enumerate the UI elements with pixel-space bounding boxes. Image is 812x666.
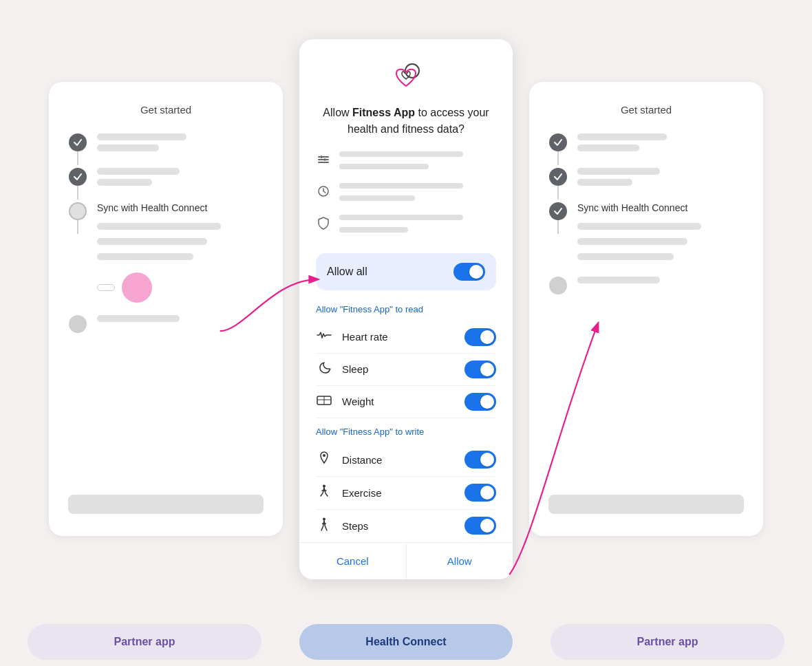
right-card-bottom: [548, 481, 744, 514]
hc-dialog-title: Allow Fitness App to access your health …: [316, 105, 496, 138]
perm-steps-left: Steps: [316, 517, 368, 535]
right-step-circle-2: [549, 168, 567, 186]
right-sync-content: Sync with Health Connect: [577, 201, 744, 275]
read-section-label: Allow "Fitness App" to read: [316, 304, 496, 314]
placeholder-bar: [577, 133, 667, 140]
perm-heart-rate: Heart rate: [316, 321, 496, 354]
perm-steps: Steps: [316, 510, 496, 542]
right-partner-label: Partner app: [551, 624, 784, 660]
left-step-connector-4: [68, 314, 87, 333]
perm-exercise-left: Exercise: [316, 484, 382, 502]
right-sync-circle: [549, 202, 567, 220]
placeholder-bar: [97, 253, 193, 260]
sleep-toggle[interactable]: [464, 361, 496, 378]
weight-label: Weight: [342, 396, 374, 407]
left-sync-toggle-row: [97, 272, 264, 303]
left-sync-circle: [69, 202, 87, 220]
hc-dialog-card: Allow Fitness App to access your health …: [299, 39, 513, 579]
steps-icon: [316, 517, 332, 535]
svg-rect-2: [318, 159, 329, 160]
heart-rate-toggle[interactable]: [464, 328, 496, 346]
placeholder-bar: [339, 215, 463, 220]
svg-point-11: [323, 484, 325, 487]
main-layout: Get started: [0, 0, 812, 618]
placeholder-bar: [339, 183, 463, 189]
right-step-2-content: [577, 166, 744, 201]
placeholder-bar: [577, 253, 674, 260]
weight-icon: [316, 394, 332, 409]
hc-footer: Cancel Allow: [299, 542, 513, 579]
write-section-label: Allow "Fitness App" to write: [316, 427, 496, 437]
right-step-connector-4: [548, 275, 568, 294]
left-step-sync: Sync with Health Connect: [68, 201, 264, 314]
hc-title-app: Fitness App: [352, 107, 415, 118]
hc-label: Health Connect: [299, 624, 513, 660]
svg-rect-4: [321, 155, 322, 158]
right-card-button[interactable]: [548, 495, 744, 514]
exercise-icon: [316, 484, 332, 502]
hc-info-row-3: [316, 215, 496, 237]
steps-toggle[interactable]: [464, 517, 496, 535]
placeholder-bar: [97, 315, 180, 322]
right-card-title: Get started: [548, 104, 744, 116]
left-step-1: [68, 132, 264, 166]
right-step-list: Sync with Health Connect: [548, 132, 744, 481]
placeholder-bar: [577, 238, 687, 245]
placeholder-bar: [97, 133, 186, 140]
perm-heart-rate-left: Heart rate: [316, 330, 388, 344]
perm-weight-left: Weight: [316, 394, 374, 409]
placeholder-bar: [97, 168, 180, 175]
placeholder-bar: [97, 179, 152, 186]
svg-point-12: [323, 517, 325, 520]
hc-label-text: Health Connect: [365, 636, 446, 648]
right-step-connector-1: [548, 132, 568, 165]
left-card-button[interactable]: [68, 495, 264, 514]
left-card-title: Get started: [68, 104, 264, 116]
perm-weight: Weight: [316, 386, 496, 418]
hc-info-row-2: [316, 183, 496, 205]
placeholder-bar: [577, 168, 660, 175]
left-sync-connector: [68, 201, 87, 234]
left-sync-label: Sync with Health Connect: [97, 202, 264, 213]
placeholder-bar: [339, 227, 408, 233]
left-card-bottom: [68, 481, 264, 514]
left-step-1-content: [97, 132, 264, 166]
heart-rate-icon: [316, 330, 332, 344]
sleep-label: Sleep: [342, 363, 368, 375]
left-step-line-2: [77, 186, 78, 200]
hc-info-text-3: [339, 215, 496, 237]
exercise-toggle[interactable]: [464, 484, 496, 502]
right-sync-label: Sync with Health Connect: [577, 202, 744, 213]
hc-info-row-1: [316, 151, 496, 173]
placeholder-bar: [577, 277, 660, 283]
weight-toggle[interactable]: [464, 393, 496, 411]
left-step-4: [68, 314, 264, 337]
allow-all-row[interactable]: Allow all: [316, 253, 496, 290]
allow-button[interactable]: Allow: [407, 543, 513, 579]
right-step-1-content: [577, 132, 744, 166]
distance-toggle[interactable]: [464, 451, 496, 469]
perm-exercise: Exercise: [316, 477, 496, 510]
right-step-4: [548, 275, 744, 299]
cancel-button[interactable]: Cancel: [299, 543, 407, 579]
exercise-label: Exercise: [342, 487, 382, 499]
right-sync-connector: [548, 201, 568, 234]
center-label-wrapper: Health Connect: [299, 624, 513, 660]
hc-info-text-1: [339, 151, 496, 173]
allow-all-toggle[interactable]: [453, 263, 485, 281]
svg-point-10: [323, 454, 325, 457]
left-sync-line: [77, 220, 78, 234]
left-sync-content: Sync with Health Connect: [97, 201, 264, 314]
placeholder-bar: [339, 164, 429, 169]
left-phone-card: Get started: [49, 82, 283, 536]
left-step-4-content: [97, 314, 264, 337]
right-step-circle-4: [549, 277, 567, 294]
placeholder-bar: [577, 223, 701, 230]
right-partner-text: Partner app: [637, 636, 698, 648]
placeholder-bar: [339, 195, 415, 201]
left-toggle-box[interactable]: [97, 284, 115, 291]
left-step-circle-2: [69, 168, 87, 186]
right-step-line-2: [557, 186, 559, 200]
right-step-4-content: [577, 275, 744, 299]
left-partner-label: Partner app: [28, 624, 261, 660]
